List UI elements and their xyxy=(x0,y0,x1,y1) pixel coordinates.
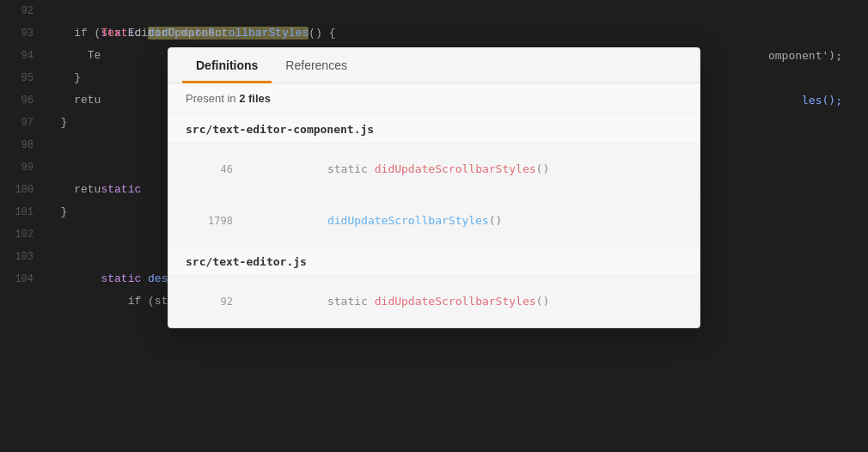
file-header-1: src/text-editor-component.js xyxy=(168,114,700,144)
result-row-2[interactable]: 1798 didUpdateScrollbarStyles() xyxy=(168,195,700,247)
code-editor: 92 static didUpdateScrollbarStyles() { 9… xyxy=(0,0,868,452)
tab-references[interactable]: References xyxy=(272,48,361,83)
file-section-1: src/text-editor-component.js 46 static d… xyxy=(168,114,700,247)
file-header-2: src/text-editor.js xyxy=(168,247,700,276)
code-line-93: 93 if (TextEditorComponent xyxy=(0,22,868,45)
result-row-3[interactable]: 92 static didUpdateScrollbarStyles() xyxy=(168,276,700,327)
result-row-1[interactable]: 46 static didUpdateScrollbarStyles() xyxy=(168,144,700,195)
popup-tabs: Definitions References xyxy=(168,48,700,83)
popup-summary: Present in 2 files xyxy=(168,83,700,114)
tab-definitions[interactable]: Definitions xyxy=(182,48,272,83)
file-section-2: src/text-editor.js 92 static didUpdateSc… xyxy=(168,247,700,327)
definitions-popup: Definitions References Present in 2 file… xyxy=(168,47,700,328)
code-line-92: 92 static didUpdateScrollbarStyles() { xyxy=(0,0,868,22)
